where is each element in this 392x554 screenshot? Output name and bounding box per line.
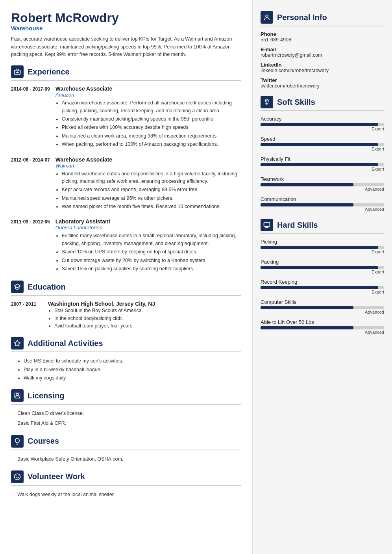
bullet: When packing, performed to 100% of Amazo… [62, 141, 241, 148]
svg-point-5 [16, 393, 18, 396]
skill-communication: Communication Advanced [261, 196, 384, 212]
exp-bullets-1: Amazon warehouse associate. Performed al… [55, 99, 241, 148]
twitter-label: Twitter [261, 77, 384, 83]
skill-name: Speed [261, 136, 384, 142]
personal-info-header: Personal Info [261, 11, 384, 26]
phone-item: Phone 551-689-4908 [261, 31, 384, 43]
svg-point-7 [15, 474, 20, 480]
bullet: Maintained speed average at 95% vs other… [62, 195, 241, 202]
skill-level: Advanced [261, 187, 384, 191]
edu-school-1: Washington High School, Jersey City, NJ [48, 301, 241, 307]
exp-bullets-3: Fulfilled many warehouse duties in a sma… [55, 232, 241, 273]
education-header: Education [11, 281, 241, 296]
skill-name: Teamwork [261, 176, 384, 182]
svg-point-11 [266, 100, 267, 101]
exp-dates-2: 2012-06 - 2014-07 [11, 156, 50, 212]
skill-level: Expert [261, 167, 384, 171]
courses-title: Courses [28, 437, 59, 446]
education-title: Education [28, 283, 66, 292]
exp-company-2: Walmart [55, 163, 241, 169]
skill-bar-fill [261, 326, 353, 329]
edu-content-1: Washington High School, Jersey City, NJ … [48, 301, 241, 330]
exp-bullets-2: Handled warehouse duties and responsibil… [55, 170, 241, 211]
exp-dates-1: 2014-08 - 2017-09 [11, 86, 50, 149]
bullet: Cut down storage waste by 20% by switchi… [62, 257, 241, 264]
edu-bullets-1: Star Scout in the Boy Scouts of America.… [48, 307, 241, 330]
skill-bar-bg [261, 246, 384, 249]
skill-speed: Speed Expert [261, 136, 384, 151]
exp-company-3: Dunrea Laboratories [55, 225, 241, 231]
skill-record-keeping: Record Keeping Expert [261, 279, 384, 294]
bullet: Handled warehouse duties and responsibil… [62, 170, 241, 186]
personal-info-icon [261, 11, 273, 24]
additional-title: Additional Activities [28, 339, 103, 348]
exp-company-1: Amazon [55, 92, 241, 98]
skill-name: Computer Skills [261, 299, 384, 305]
bullet: Consistently maintained picking/packing … [62, 115, 241, 123]
bullet: Saved 15% on packing supplies by sourcin… [62, 265, 241, 273]
skill-level: Expert [261, 147, 384, 151]
name: Robert McRowdry [11, 11, 241, 25]
linkedin-item: LinkedIn linkedin.com/in/robertmcrowdry [261, 62, 384, 73]
skill-bar-fill [261, 203, 353, 206]
skill-bar-bg [261, 326, 384, 329]
bullet: Was named picker of the month five times… [62, 203, 241, 210]
bullet: In the school bodybuilding club. [54, 315, 241, 322]
bullet: Picked all orders with 100% accuracy des… [62, 124, 241, 131]
education-icon [11, 281, 24, 293]
skill-level: Expert [261, 126, 384, 131]
hard-skills-list: Picking Expert Packing Expert Record Kee… [261, 239, 384, 335]
skill-bar-fill [261, 163, 378, 166]
skill-bar-bg [261, 306, 384, 309]
skill-teamwork: Teamwork Advanced [261, 176, 384, 191]
left-column: Robert McRowdry Warehouse Fast, accurate… [0, 0, 252, 554]
edu-dates-1: 2007 - 2011 [11, 301, 43, 330]
linkedin-label: LinkedIn [261, 62, 384, 68]
exp-job-title-2: Warehouse Associate [55, 156, 241, 163]
edu-entry-1: 2007 - 2011 Washington High School, Jers… [11, 301, 241, 330]
phone-label: Phone [261, 31, 384, 37]
email-item: E-mail robertmcrowdry@gmail.com [261, 46, 384, 58]
email-label: E-mail [261, 46, 384, 52]
volunteer-title: Volunteer Work [28, 472, 85, 481]
additional-list: Use MS Excel to schedule my son's activi… [11, 357, 241, 382]
bullet: Kept accurate records and reports, avera… [62, 186, 241, 193]
twitter-item: Twitter twitter.com/robertmcrowdry [261, 77, 384, 89]
skill-packing: Packing Expert [261, 259, 384, 274]
skill-level: Expert [261, 249, 384, 254]
soft-skills-icon [261, 96, 273, 108]
soft-skills-title: Soft Skills [277, 98, 315, 107]
svg-marker-4 [15, 340, 20, 346]
job-title: Warehouse [11, 25, 241, 32]
skill-name: Able to Lift Over 50 Lbs [261, 319, 384, 325]
licensing-icon [11, 389, 24, 402]
page: Robert McRowdry Warehouse Fast, accurate… [0, 0, 392, 554]
skill-bar-bg [261, 123, 384, 126]
experience-list: 2014-08 - 2017-09 Warehouse Associate Am… [11, 86, 241, 273]
skill-bar-fill [261, 266, 378, 269]
svg-rect-12 [264, 222, 270, 227]
skill-name: Packing [261, 259, 384, 265]
skill-level: Expert [261, 270, 384, 274]
bullet: Avid football team player, four years. [54, 322, 241, 330]
volunteer-header: Volunteer Work [11, 470, 241, 486]
skill-level: Expert [261, 290, 384, 294]
skill-bar-fill [261, 306, 353, 309]
skill-name: Physically Fit [261, 156, 384, 162]
skill-bar-bg [261, 266, 384, 269]
additional-header: Additional Activities [11, 337, 241, 352]
exp-entry-2: 2012-06 - 2014-07 Warehouse Associate Wa… [11, 156, 241, 212]
skill-computer-skills: Computer Skills Advanced [261, 299, 384, 314]
skill-name: Picking [261, 239, 384, 245]
exp-job-title-1: Warehouse Associate [55, 86, 241, 92]
hard-skills-icon [261, 219, 273, 231]
experience-title: Experience [28, 67, 70, 76]
soft-skills-list: Accuracy Expert Speed Expert Physically … [261, 116, 384, 212]
additional-item-1: Use MS Excel to schedule my son's activi… [24, 357, 241, 365]
skill-bar-fill [261, 246, 378, 249]
exp-content-3: Laboratory Assistant Dunrea Laboratories… [55, 218, 241, 273]
bullet: Maintained a clean work area, meeting 98… [62, 132, 241, 140]
exp-content-2: Warehouse Associate Walmart Handled ware… [55, 156, 241, 212]
skill-level: Advanced [261, 330, 384, 335]
twitter-value: twitter.com/robertmcrowdry [261, 83, 384, 89]
